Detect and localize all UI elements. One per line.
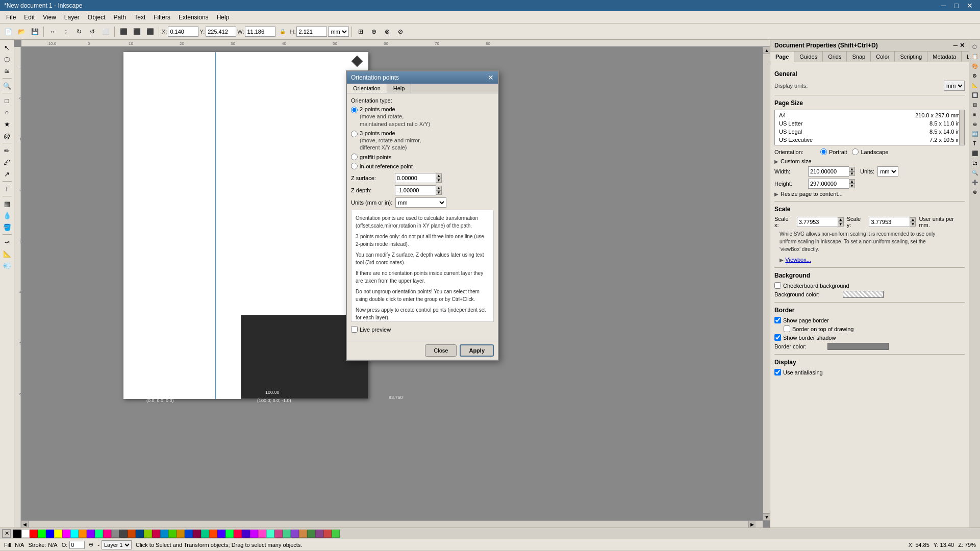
units-select[interactable]: mm in: [395, 197, 446, 208]
menu-object[interactable]: Object: [84, 13, 110, 22]
palette-swatch[interactable]: [144, 530, 152, 538]
fr-btn-2[interactable]: 📋: [970, 52, 979, 61]
viewbox-link[interactable]: Viewbox...: [785, 257, 811, 263]
ps-us-letter[interactable]: US Letter 8.5 x 11.0 in: [776, 119, 963, 128]
toolbar-group[interactable]: ⬜: [99, 26, 112, 38]
palette-swatch[interactable]: [242, 530, 250, 538]
zoom-tool[interactable]: 🔍: [2, 80, 13, 91]
border-top-checkbox[interactable]: [784, 325, 790, 332]
tweak-tool[interactable]: ≋: [2, 65, 13, 77]
palette-swatch[interactable]: [13, 530, 21, 538]
toolbar-flip-v[interactable]: ↕: [60, 26, 72, 38]
toolbar-snap4[interactable]: ⊘: [394, 26, 407, 38]
palette-swatch[interactable]: [225, 530, 234, 538]
resize-label[interactable]: Resize page to content...: [781, 191, 843, 197]
palette-swatch[interactable]: [177, 530, 185, 538]
doc-props-close[interactable]: ✕: [960, 42, 965, 49]
units-select-custom[interactable]: mm in px: [877, 166, 898, 177]
radio-inout-input[interactable]: [351, 163, 358, 169]
ps-us-exec[interactable]: US Executive 7.2 x 10.5 in: [776, 136, 963, 144]
width-input[interactable]: [808, 166, 849, 177]
palette-swatch[interactable]: [323, 530, 332, 538]
bg-color-preview[interactable]: [843, 291, 884, 298]
fr-btn-14[interactable]: 🔍: [970, 168, 979, 177]
canvas-area[interactable]: -10.0 0 10 20 30 40 50 60 70 80 -10 0 10…: [14, 40, 770, 528]
text-tool[interactable]: T: [2, 183, 13, 194]
scroll-right-btn[interactable]: ▶: [748, 521, 756, 528]
palette-swatch[interactable]: [79, 530, 87, 538]
list-scrollbar[interactable]: [959, 110, 964, 145]
toolbar-flip-h[interactable]: ↔: [46, 26, 59, 38]
custom-size-expand[interactable]: ▶ Custom size: [774, 158, 965, 164]
scroll-down-btn[interactable]: ▼: [763, 513, 770, 520]
toolbar-align2[interactable]: ⬛: [131, 26, 143, 38]
toolbar-snap3[interactable]: ⊗: [381, 26, 393, 38]
dialog-title-bar[interactable]: Orientation points ✕: [347, 71, 498, 84]
spray-tool[interactable]: 💨: [2, 260, 13, 271]
width-up[interactable]: ▲: [849, 167, 855, 171]
menu-text[interactable]: Text: [130, 13, 149, 22]
fr-btn-10[interactable]: 🔤: [970, 129, 979, 138]
node-tool[interactable]: ⬡: [2, 54, 13, 65]
star-tool[interactable]: ★: [2, 118, 13, 130]
y-input[interactable]: [206, 27, 236, 37]
toolbar-snap2[interactable]: ⊕: [368, 26, 380, 38]
fr-btn-7[interactable]: ⊞: [970, 100, 979, 109]
toolbar-align1[interactable]: ⬛: [117, 26, 130, 38]
palette-swatch[interactable]: [307, 530, 315, 538]
vscrollbar[interactable]: ▲ ▼: [763, 47, 770, 520]
layer-select[interactable]: Layer 1: [102, 540, 132, 549]
palette-swatch[interactable]: [332, 530, 340, 538]
palette-swatch[interactable]: [168, 530, 177, 538]
menu-layer[interactable]: Layer: [60, 13, 84, 22]
tab-help[interactable]: Help: [387, 84, 412, 93]
measure-tool[interactable]: 📐: [2, 248, 13, 259]
z-surface-down[interactable]: ▼: [436, 178, 442, 183]
show-border-checkbox[interactable]: [774, 317, 781, 323]
palette-swatch[interactable]: [46, 530, 54, 538]
dropper-tool[interactable]: 💧: [2, 210, 13, 221]
palette-swatch[interactable]: [250, 530, 258, 538]
palette-swatch[interactable]: [21, 530, 30, 538]
menu-extensions[interactable]: Extensions: [174, 13, 213, 22]
toolbar-align3[interactable]: ⬛: [144, 26, 156, 38]
gradient-tool[interactable]: ▦: [2, 198, 13, 209]
h-input[interactable]: [296, 27, 327, 37]
close-button[interactable]: Close: [425, 344, 457, 357]
x-input[interactable]: [168, 27, 198, 37]
minimize-button[interactable]: ─: [938, 2, 949, 10]
scale-x-input[interactable]: [797, 217, 838, 227]
fr-btn-13[interactable]: 🗂: [970, 158, 979, 167]
connector-tool[interactable]: ⤻: [2, 236, 13, 247]
toolbar-rotate-cw[interactable]: ↻: [73, 26, 85, 38]
tab-scripting[interactable]: Scripting: [895, 52, 927, 62]
palette-swatch[interactable]: [258, 530, 266, 538]
callig-tool[interactable]: ↗: [2, 168, 13, 180]
paint-bucket-tool[interactable]: 🪣: [2, 221, 13, 233]
portrait-radio[interactable]: [820, 148, 827, 155]
menu-view[interactable]: View: [39, 13, 60, 22]
menu-filters[interactable]: Filters: [149, 13, 174, 22]
palette-swatch[interactable]: [87, 530, 95, 538]
menu-file[interactable]: File: [2, 13, 20, 22]
ps-a4[interactable]: A4 210.0 x 297.0 mm: [776, 111, 963, 119]
palette-swatch[interactable]: [234, 530, 242, 538]
palette-swatch[interactable]: [266, 530, 274, 538]
palette-swatch[interactable]: [283, 530, 291, 538]
tab-orientation[interactable]: Orientation: [347, 84, 387, 93]
fr-btn-1[interactable]: ⬡: [970, 42, 979, 51]
display-units-select[interactable]: mm px in: [944, 81, 965, 91]
landscape-radio[interactable]: [852, 148, 859, 155]
border-color-preview[interactable]: [827, 343, 889, 350]
antialias-checkbox[interactable]: [774, 369, 781, 375]
circle-tool[interactable]: ○: [2, 107, 13, 118]
palette-swatch[interactable]: [274, 530, 283, 538]
palette-swatch[interactable]: [119, 530, 128, 538]
palette-swatch[interactable]: [315, 530, 323, 538]
checkerboard-checkbox[interactable]: [774, 282, 781, 289]
palette-swatch[interactable]: [160, 530, 168, 538]
toolbar-new[interactable]: 📄: [2, 26, 14, 38]
pen-tool[interactable]: 🖊: [2, 157, 13, 168]
palette-swatch[interactable]: [152, 530, 160, 538]
z-depth-input[interactable]: [395, 185, 436, 195]
